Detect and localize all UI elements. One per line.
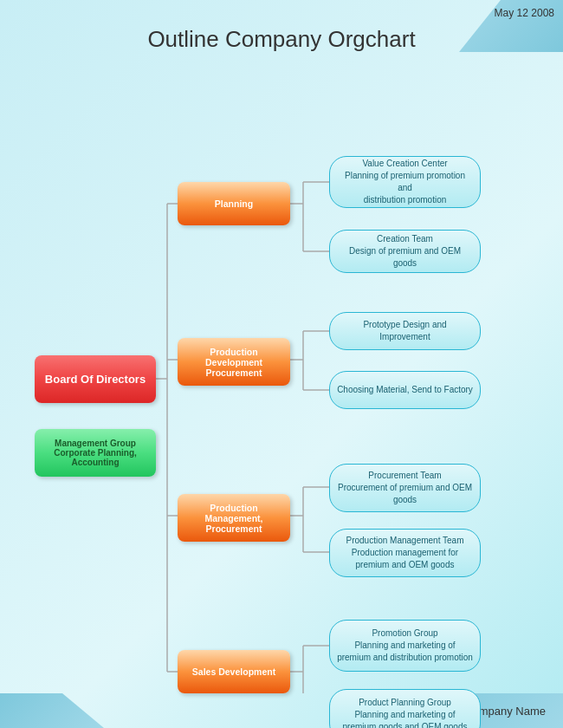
planning-label: Planning (215, 198, 253, 209)
management-box: Management GroupCorporate Planning,Accou… (35, 429, 156, 477)
prod-dev-label: Production DevelopmentProcurement (181, 347, 287, 378)
planning-box: Planning (178, 182, 290, 225)
promotion-group-box: Promotion GroupPlanning and marketing of… (329, 620, 481, 672)
date-label: May 12 2008 (495, 7, 554, 19)
choosing-material-label: Choosing Material, Send to Factory (337, 384, 473, 396)
product-planning-label: Product Planning GroupPlanning and marke… (337, 697, 473, 728)
promotion-group-label: Promotion GroupPlanning and marketing of… (337, 627, 473, 664)
creation-team-label: Creation TeamDesign of premium and OEM g… (337, 233, 473, 270)
prod-mgmt-team-box: Production Management TeamProduction man… (329, 529, 481, 577)
sales-dev-label: Sales Development (192, 666, 275, 677)
prototype-design-label: Prototype Design and Improvement (337, 319, 473, 343)
mgmt-label: Management GroupCorporate Planning,Accou… (54, 439, 137, 467)
page: May 12 2008 Outline Company Orgchart Com… (0, 0, 563, 728)
prod-mgmt-team-label: Production Management TeamProduction man… (337, 535, 473, 571)
sales-dev-box: Sales Development (178, 650, 290, 693)
choosing-material-box: Choosing Material, Send to Factory (329, 371, 481, 409)
value-creation-label: Value Creation CenterPlanning of premium… (337, 158, 473, 206)
prototype-design-box: Prototype Design and Improvement (329, 312, 481, 350)
product-planning-box: Product Planning GroupPlanning and marke… (329, 689, 481, 728)
value-creation-box: Value Creation CenterPlanning of premium… (329, 156, 481, 208)
prod-dev-box: Production DevelopmentProcurement (178, 338, 290, 386)
bod-label: Board Of Directors (45, 373, 146, 386)
procurement-team-label: Procurement TeamProcurement of premium a… (337, 470, 473, 506)
procurement-team-box: Procurement TeamProcurement of premium a… (329, 464, 481, 512)
prod-mgmt-box: Production Management,Procurement (178, 494, 290, 542)
prod-mgmt-label: Production Management,Procurement (181, 503, 287, 534)
corner-decoration-bl (0, 693, 104, 728)
creation-team-box: Creation TeamDesign of premium and OEM g… (329, 230, 481, 273)
bod-box: Board Of Directors (35, 355, 156, 403)
